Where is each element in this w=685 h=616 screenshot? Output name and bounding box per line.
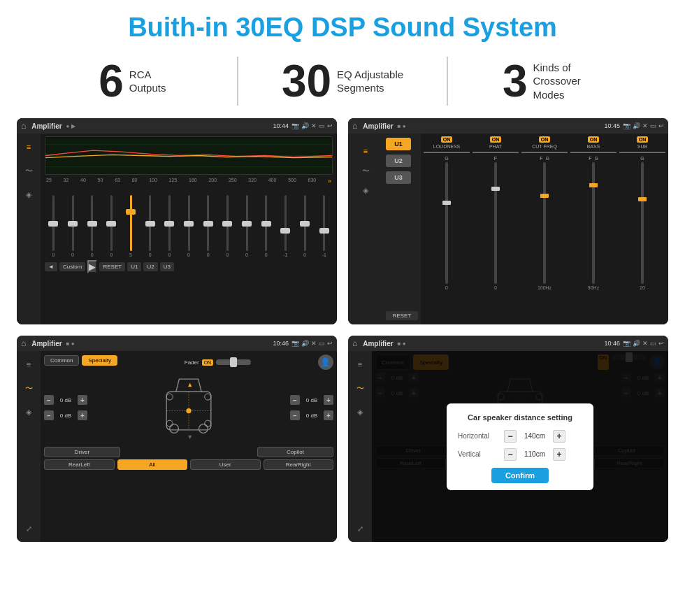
horizontal-value: 140cm <box>521 432 549 440</box>
fr-plus[interactable]: + <box>324 395 333 405</box>
u3-button[interactable]: U3 <box>386 171 411 184</box>
car-diagram: ▲ ▼ <box>92 373 286 443</box>
tab-specialty[interactable]: Specialty <box>82 355 117 366</box>
eq-play-button[interactable]: ▶ <box>87 260 97 273</box>
eq-slider-14[interactable]: -1 <box>315 195 333 257</box>
stat-number-rca: 6 <box>99 59 124 103</box>
wave-icon-3[interactable]: 〜 <box>21 380 36 396</box>
btn-driver[interactable]: Driver <box>44 447 120 457</box>
fl-plus[interactable]: + <box>78 395 87 405</box>
eq-prev-button[interactable]: ◄ <box>45 262 57 271</box>
eq-slider-7[interactable]: 0 <box>180 195 198 257</box>
eq-slider-9[interactable]: 0 <box>219 195 236 257</box>
btn-rearright[interactable]: RearRight <box>264 459 334 470</box>
rr-minus[interactable]: − <box>290 410 300 420</box>
eq-slider-11[interactable]: 0 <box>257 195 275 257</box>
speaker-screen-content: ≡ 〜 ◈ ⤢ Common Specialty Fader ON <box>17 351 337 542</box>
expand-icon-4[interactable]: ⤢ <box>352 521 368 536</box>
vertical-plus-button[interactable]: + <box>553 448 565 461</box>
tab-common[interactable]: Common <box>44 355 79 366</box>
amp2-left-panel: ≡ 〜 ◈ <box>348 134 383 324</box>
horizontal-plus-button[interactable]: + <box>553 430 565 443</box>
fl-minus[interactable]: − <box>44 395 54 405</box>
speaker-icon-2[interactable]: ◈ <box>358 182 373 198</box>
wave-icon-2[interactable]: 〜 <box>358 163 373 178</box>
speaker-icon-4[interactable]: ◈ <box>352 404 368 420</box>
eq-u3-button[interactable]: U3 <box>160 262 174 271</box>
eq-u1-button[interactable]: U1 <box>127 262 141 271</box>
horizontal-label: Horizontal <box>458 432 500 440</box>
chan-label-phat: PHAT <box>489 144 502 149</box>
amp2-reset[interactable]: RESET <box>386 311 418 320</box>
vertical-minus-button[interactable]: − <box>504 448 517 461</box>
eq-slider-1[interactable]: 0 <box>64 195 82 257</box>
stat-text-crossover: Kinds ofCrossover Modes <box>533 61 603 102</box>
eq-icon-3[interactable]: ≡ <box>21 357 36 372</box>
sub-slider[interactable] <box>641 162 644 284</box>
fr-minus[interactable]: − <box>290 395 300 405</box>
eq-slider-5[interactable]: 0 <box>141 195 159 257</box>
right-db-controls: − 0 dB + − 0 dB + <box>290 395 333 420</box>
rl-db-value: 0 dB <box>56 413 75 419</box>
wave-icon[interactable]: 〜 <box>21 163 36 178</box>
u1-button[interactable]: U1 <box>386 138 411 150</box>
cutfreq-slider[interactable] <box>543 162 546 284</box>
confirm-button[interactable]: Confirm <box>491 468 549 483</box>
phat-slider[interactable] <box>494 162 497 284</box>
u2-button[interactable]: U2 <box>386 155 411 167</box>
eq-freq-labels: 2532405063 80100125160200 25032040050063… <box>45 178 333 185</box>
svg-text:▼: ▼ <box>187 434 193 440</box>
eq-custom-button[interactable]: Custom <box>59 262 86 271</box>
eq-u2-button[interactable]: U2 <box>143 262 157 271</box>
tb-dots-speaker: ■ ● <box>66 341 75 347</box>
eq-icon-2[interactable]: ≡ <box>358 143 373 159</box>
stats-row: 6 RCAOutputs 30 EQ AdjustableSegments 3 … <box>0 50 685 115</box>
on-badge-cutfreq: ON <box>539 136 551 143</box>
screen-eq: ⌂ Amplifier ● ▶ 10:44 📷 🔊 ✕ ▭ ↩ ≡ 〜 ◈ <box>17 118 337 324</box>
tb-title-amp2: Amplifier <box>363 122 393 130</box>
fader-slider[interactable] <box>216 359 251 365</box>
rl-plus[interactable]: + <box>78 410 87 420</box>
rl-minus[interactable]: − <box>44 410 54 420</box>
eq-icon-4[interactable]: ≡ <box>352 357 368 372</box>
btn-all[interactable]: All <box>117 459 188 470</box>
eq-slider-10[interactable]: 0 <box>238 195 256 257</box>
screen-speaker: ⌂ Amplifier ■ ● 10:46 📷 🔊 ✕ ▭ ↩ ≡ 〜 ◈ ⤢ <box>17 336 337 542</box>
rr-plus[interactable]: + <box>324 410 333 420</box>
expand-icon-3[interactable]: ⤢ <box>21 521 36 536</box>
topbar-eq: ⌂ Amplifier ● ▶ 10:44 📷 🔊 ✕ ▭ ↩ <box>17 118 337 134</box>
eq-slider-4[interactable]: 5 <box>122 195 140 257</box>
volume-icon-4: 🔊 <box>633 340 640 347</box>
eq-slider-3[interactable]: 0 <box>103 195 120 257</box>
close-icon-3: ✕ <box>311 340 317 347</box>
btn-user[interactable]: User <box>190 459 261 470</box>
dialog-vertical-row: Vertical − 110cm + <box>458 448 582 461</box>
speaker-main: Common Specialty Fader ON 👤 <box>41 351 337 542</box>
btn-rearleft[interactable]: RearLeft <box>44 459 115 470</box>
btn-copilot[interactable]: Copilot <box>257 447 333 457</box>
loudness-slider[interactable] <box>445 162 448 284</box>
eq-reset-button[interactable]: RESET <box>99 262 125 271</box>
screen-amp2: ⌂ Amplifier ■ ● 10:45 📷 🔊 ✕ ▭ ↩ ≡ 〜 ◈ <box>348 118 668 324</box>
eq-slider-13[interactable]: 0 <box>296 195 314 257</box>
user-icon[interactable]: 👤 <box>318 354 333 370</box>
eq-slider-0[interactable]: 0 <box>45 195 62 257</box>
eq-slider-8[interactable]: 0 <box>199 195 217 257</box>
eq-sliders: 0 0 0 0 5 <box>45 187 333 257</box>
eq-icon[interactable]: ≡ <box>21 139 36 155</box>
on-badge-loudness: ON <box>441 136 453 143</box>
chan-label-sub: SUB <box>637 144 647 149</box>
bass-slider[interactable] <box>592 162 595 284</box>
camera-icon-3: 📷 <box>291 340 299 347</box>
wave-icon-4[interactable]: 〜 <box>352 380 368 396</box>
eq-slider-12[interactable]: -1 <box>277 195 294 257</box>
db-row-fl: − 0 dB + <box>44 395 87 405</box>
eq-slider-6[interactable]: 0 <box>161 195 178 257</box>
dialog-main: Common Specialty ON 👤 −0 dB+ −0 dB+ <box>372 351 668 542</box>
eq-screen-content: ≡ 〜 ◈ <box>17 134 337 324</box>
speaker-icon[interactable]: ◈ <box>21 187 36 202</box>
page-title: Buith-in 30EQ DSP Sound System <box>0 0 685 50</box>
speaker-icon-3[interactable]: ◈ <box>21 404 36 420</box>
horizontal-minus-button[interactable]: − <box>504 430 517 443</box>
eq-slider-2[interactable]: 0 <box>83 195 101 257</box>
